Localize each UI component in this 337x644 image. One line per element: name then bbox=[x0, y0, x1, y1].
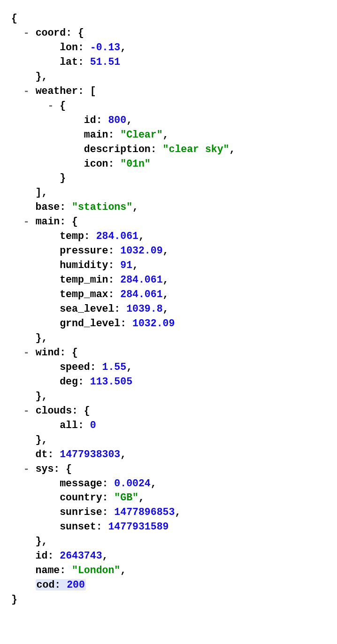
weather-key-row: - weather: [ bbox=[11, 84, 326, 99]
lon-row: lon: -0.13, bbox=[11, 40, 326, 55]
weather-main-row: main: "Clear", bbox=[11, 128, 326, 142]
id-row: id: 2643743, bbox=[11, 549, 326, 563]
coord-key-row: - coord: { bbox=[11, 26, 326, 40]
humidity-row: humidity: 91, bbox=[11, 258, 326, 273]
message-row: message: 0.0024, bbox=[11, 476, 326, 491]
toggle-wind[interactable]: - bbox=[23, 345, 30, 360]
speed-row: speed: 1.55, bbox=[11, 360, 326, 375]
brace-close: } bbox=[11, 592, 326, 607]
wind-close: }, bbox=[11, 389, 326, 404]
dt-row: dt: 1477938303, bbox=[11, 447, 326, 462]
weather-item-open: - { bbox=[11, 99, 326, 113]
toggle-weather[interactable]: - bbox=[23, 84, 30, 99]
json-viewer: { - coord: { lon: -0.13, lat: 51.51 }, -… bbox=[11, 11, 326, 607]
weather-icon-row: icon: "01n" bbox=[11, 157, 326, 171]
sys-close: }, bbox=[11, 534, 326, 549]
name-row: name: "London", bbox=[11, 563, 326, 578]
toggle-coord[interactable]: - bbox=[23, 26, 30, 40]
coord-close: }, bbox=[11, 69, 326, 84]
toggle-sys[interactable]: - bbox=[23, 462, 30, 476]
all-row: all: 0 bbox=[11, 418, 326, 433]
country-row: country: "GB", bbox=[11, 491, 326, 505]
grndlevel-row: grnd_level: 1032.09 bbox=[11, 316, 326, 331]
weather-id-row: id: 800, bbox=[11, 113, 326, 128]
tempmax-row: temp_max: 284.061, bbox=[11, 287, 326, 302]
main-close: }, bbox=[11, 331, 326, 345]
brace-open: { bbox=[11, 11, 326, 26]
clouds-key-row: - clouds: { bbox=[11, 404, 326, 418]
sunrise-row: sunrise: 1477896853, bbox=[11, 505, 326, 520]
weather-desc-row: description: "clear sky", bbox=[11, 142, 326, 157]
deg-row: deg: 113.505 bbox=[11, 375, 326, 389]
toggle-weather-0[interactable]: - bbox=[47, 99, 54, 113]
weather-close: ], bbox=[11, 185, 326, 200]
lat-row: lat: 51.51 bbox=[11, 55, 326, 69]
weather-item-close: } bbox=[11, 171, 326, 185]
tempmin-row: temp_min: 284.061, bbox=[11, 273, 326, 287]
sys-key-row: - sys: { bbox=[11, 462, 326, 476]
cod-row: cod: 200 bbox=[11, 578, 326, 592]
sealevel-row: sea_level: 1039.8, bbox=[11, 302, 326, 316]
clouds-close: }, bbox=[11, 433, 326, 447]
toggle-main[interactable]: - bbox=[23, 215, 30, 229]
sunset-row: sunset: 1477931589 bbox=[11, 520, 326, 534]
pressure-row: pressure: 1032.09, bbox=[11, 244, 326, 258]
base-row: base: "stations", bbox=[11, 200, 326, 215]
wind-key-row: - wind: { bbox=[11, 345, 326, 360]
main-key-row: - main: { bbox=[11, 215, 326, 229]
toggle-clouds[interactable]: - bbox=[23, 404, 30, 418]
temp-row: temp: 284.061, bbox=[11, 229, 326, 244]
